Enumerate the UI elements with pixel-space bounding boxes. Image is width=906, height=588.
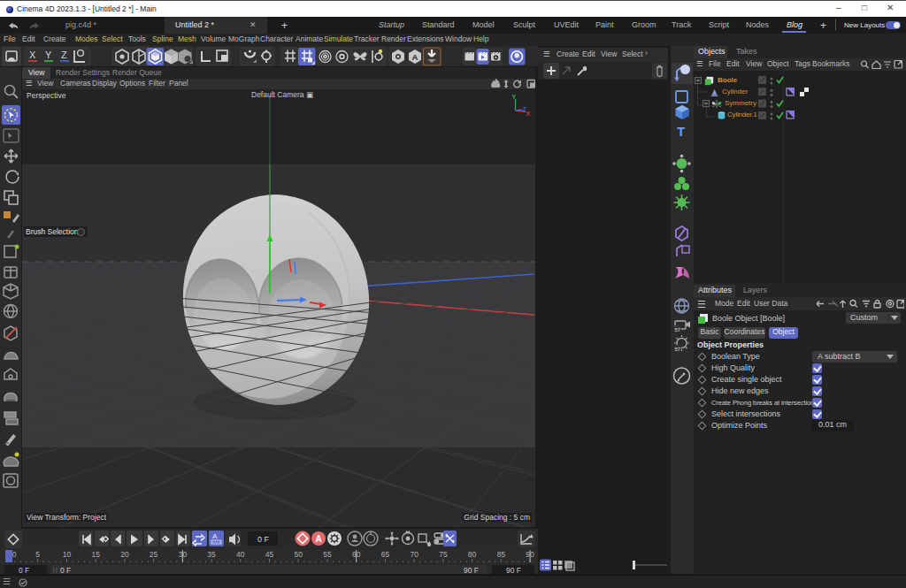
svg-text:57: 57 [675,347,681,352]
svg-text:5: 5 [35,550,40,559]
svg-text:10: 10 [63,550,72,559]
svg-text:20: 20 [120,550,129,559]
svg-text:0: 0 [12,550,17,559]
svg-text:57: 57 [675,327,681,332]
svg-text:90 F: 90 F [506,566,521,574]
svg-text:T: T [677,124,685,139]
svg-text:25: 25 [150,550,158,559]
svg-text:15: 15 [91,550,100,559]
svg-text:50: 50 [295,550,303,559]
svg-text:70: 70 [410,550,418,559]
svg-text:Y: Y [45,50,52,60]
svg-text:35: 35 [207,550,216,559]
svg-text:65: 65 [381,550,390,559]
svg-text:85: 85 [497,550,506,559]
svg-text:0 F: 0 F [60,566,71,574]
svg-text:90 F: 90 F [464,566,479,574]
svg-text:0 F: 0 F [19,566,29,574]
svg-text:X: X [29,50,36,60]
svg-text:A: A [212,532,218,540]
svg-text:Z: Z [61,50,67,60]
svg-text:X: X [526,111,531,117]
svg-text:Z: Z [523,106,527,112]
svg-text:75: 75 [439,550,448,559]
svg-text:Y: Y [512,94,517,100]
svg-text:A: A [316,534,322,544]
svg-text:40: 40 [236,550,245,559]
svg-text:A: A [412,52,418,62]
svg-text:55: 55 [323,550,332,559]
svg-text:0 F: 0 F [257,535,270,544]
svg-text:45: 45 [265,550,274,559]
svg-text:80: 80 [468,550,477,559]
